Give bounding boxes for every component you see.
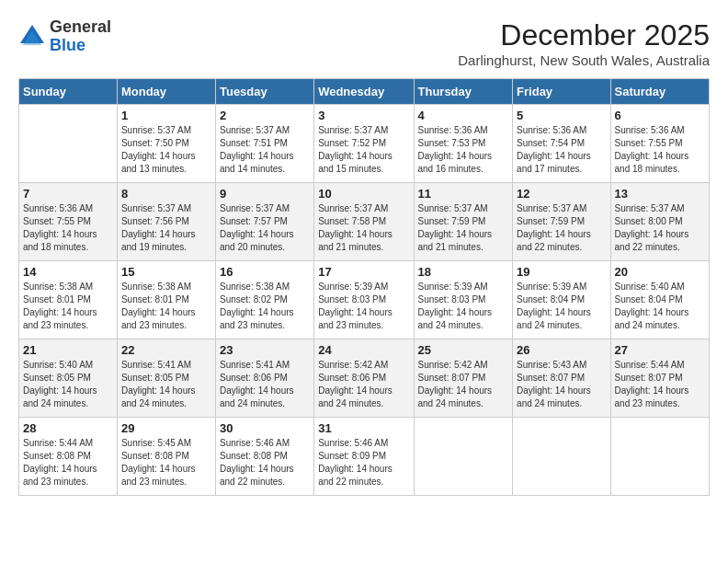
day-detail: Sunrise: 5:42 AM Sunset: 8:06 PM Dayligh… <box>318 359 409 410</box>
weekday-header-sunday: Sunday <box>19 79 118 105</box>
calendar-cell: 20Sunrise: 5:40 AM Sunset: 8:04 PM Dayli… <box>610 261 709 339</box>
location-title: Darlinghurst, New South Wales, Australia <box>458 52 710 68</box>
calendar-cell: 31Sunrise: 5:46 AM Sunset: 8:09 PM Dayli… <box>314 418 414 496</box>
calendar-cell: 24Sunrise: 5:42 AM Sunset: 8:06 PM Dayli… <box>314 339 414 418</box>
day-detail: Sunrise: 5:37 AM Sunset: 7:58 PM Dayligh… <box>318 202 409 254</box>
day-number: 27 <box>615 343 705 357</box>
calendar-cell: 1Sunrise: 5:37 AM Sunset: 7:50 PM Daylig… <box>117 105 215 183</box>
calendar-week-row: 28Sunrise: 5:44 AM Sunset: 8:08 PM Dayli… <box>19 418 710 496</box>
calendar-cell: 10Sunrise: 5:37 AM Sunset: 7:58 PM Dayli… <box>314 183 414 261</box>
calendar-cell: 5Sunrise: 5:36 AM Sunset: 7:54 PM Daylig… <box>513 105 610 183</box>
calendar-cell: 6Sunrise: 5:36 AM Sunset: 7:55 PM Daylig… <box>610 105 709 183</box>
calendar-cell <box>19 105 118 183</box>
weekday-header-wednesday: Wednesday <box>314 79 414 105</box>
day-number: 15 <box>121 265 211 279</box>
day-detail: Sunrise: 5:42 AM Sunset: 8:07 PM Dayligh… <box>418 359 509 410</box>
calendar-table: SundayMondayTuesdayWednesdayThursdayFrid… <box>18 78 710 496</box>
day-number: 1 <box>121 109 211 122</box>
calendar-cell: 2Sunrise: 5:37 AM Sunset: 7:51 PM Daylig… <box>215 105 313 183</box>
logo-icon <box>18 23 46 51</box>
calendar-cell: 18Sunrise: 5:39 AM Sunset: 8:03 PM Dayli… <box>414 261 513 339</box>
day-number: 9 <box>220 187 310 201</box>
day-number: 22 <box>121 343 211 357</box>
day-detail: Sunrise: 5:37 AM Sunset: 7:50 PM Dayligh… <box>121 124 211 176</box>
calendar-cell: 8Sunrise: 5:37 AM Sunset: 7:56 PM Daylig… <box>117 183 215 261</box>
calendar-cell: 28Sunrise: 5:44 AM Sunset: 8:08 PM Dayli… <box>19 418 118 496</box>
day-detail: Sunrise: 5:37 AM Sunset: 7:56 PM Dayligh… <box>121 202 211 254</box>
day-number: 4 <box>418 109 509 122</box>
calendar-cell: 21Sunrise: 5:40 AM Sunset: 8:05 PM Dayli… <box>19 339 118 418</box>
day-detail: Sunrise: 5:39 AM Sunset: 8:03 PM Dayligh… <box>318 281 409 332</box>
day-detail: Sunrise: 5:37 AM Sunset: 7:59 PM Dayligh… <box>418 202 509 254</box>
calendar-cell: 23Sunrise: 5:41 AM Sunset: 8:06 PM Dayli… <box>215 339 313 418</box>
day-detail: Sunrise: 5:37 AM Sunset: 7:52 PM Dayligh… <box>318 124 409 176</box>
day-number: 26 <box>517 343 606 357</box>
day-detail: Sunrise: 5:44 AM Sunset: 8:07 PM Dayligh… <box>615 359 705 410</box>
calendar-cell: 13Sunrise: 5:37 AM Sunset: 8:00 PM Dayli… <box>610 183 709 261</box>
day-number: 3 <box>318 109 409 122</box>
day-number: 2 <box>220 109 310 122</box>
day-detail: Sunrise: 5:39 AM Sunset: 8:03 PM Dayligh… <box>418 281 509 332</box>
day-number: 20 <box>615 265 705 279</box>
weekday-header-friday: Friday <box>513 79 610 105</box>
day-detail: Sunrise: 5:37 AM Sunset: 7:51 PM Dayligh… <box>220 124 310 176</box>
calendar-cell: 26Sunrise: 5:43 AM Sunset: 8:07 PM Dayli… <box>513 339 610 418</box>
calendar-cell <box>610 418 709 496</box>
day-number: 19 <box>517 265 606 279</box>
calendar-cell: 4Sunrise: 5:36 AM Sunset: 7:53 PM Daylig… <box>414 105 513 183</box>
day-detail: Sunrise: 5:43 AM Sunset: 8:07 PM Dayligh… <box>517 359 606 410</box>
day-detail: Sunrise: 5:39 AM Sunset: 8:04 PM Dayligh… <box>517 281 606 332</box>
day-number: 23 <box>220 343 310 357</box>
calendar-cell: 12Sunrise: 5:37 AM Sunset: 7:59 PM Dayli… <box>513 183 610 261</box>
calendar-cell: 17Sunrise: 5:39 AM Sunset: 8:03 PM Dayli… <box>314 261 414 339</box>
calendar-cell: 29Sunrise: 5:45 AM Sunset: 8:08 PM Dayli… <box>117 418 215 496</box>
day-detail: Sunrise: 5:41 AM Sunset: 8:06 PM Dayligh… <box>220 359 310 410</box>
calendar-cell: 22Sunrise: 5:41 AM Sunset: 8:05 PM Dayli… <box>117 339 215 418</box>
calendar-cell: 30Sunrise: 5:46 AM Sunset: 8:08 PM Dayli… <box>215 418 313 496</box>
calendar-cell: 19Sunrise: 5:39 AM Sunset: 8:04 PM Dayli… <box>513 261 610 339</box>
day-detail: Sunrise: 5:40 AM Sunset: 8:05 PM Dayligh… <box>23 359 113 410</box>
day-detail: Sunrise: 5:36 AM Sunset: 7:54 PM Dayligh… <box>517 124 606 176</box>
calendar-week-row: 7Sunrise: 5:36 AM Sunset: 7:55 PM Daylig… <box>19 183 710 261</box>
logo-general-text: General <box>50 18 111 37</box>
day-number: 13 <box>615 187 705 201</box>
calendar-cell: 27Sunrise: 5:44 AM Sunset: 8:07 PM Dayli… <box>610 339 709 418</box>
day-number: 6 <box>615 109 705 122</box>
day-number: 16 <box>220 265 310 279</box>
day-detail: Sunrise: 5:36 AM Sunset: 7:55 PM Dayligh… <box>615 124 705 176</box>
day-detail: Sunrise: 5:37 AM Sunset: 7:57 PM Dayligh… <box>220 202 310 254</box>
weekday-header-monday: Monday <box>117 79 215 105</box>
day-detail: Sunrise: 5:46 AM Sunset: 8:09 PM Dayligh… <box>318 437 409 488</box>
day-detail: Sunrise: 5:44 AM Sunset: 8:08 PM Dayligh… <box>23 437 113 488</box>
day-detail: Sunrise: 5:38 AM Sunset: 8:01 PM Dayligh… <box>23 281 113 332</box>
day-detail: Sunrise: 5:36 AM Sunset: 7:53 PM Dayligh… <box>418 124 509 176</box>
day-detail: Sunrise: 5:40 AM Sunset: 8:04 PM Dayligh… <box>615 281 705 332</box>
calendar-week-row: 1Sunrise: 5:37 AM Sunset: 7:50 PM Daylig… <box>19 105 710 183</box>
calendar-cell: 25Sunrise: 5:42 AM Sunset: 8:07 PM Dayli… <box>414 339 513 418</box>
calendar-cell: 11Sunrise: 5:37 AM Sunset: 7:59 PM Dayli… <box>414 183 513 261</box>
day-number: 17 <box>318 265 409 279</box>
day-number: 11 <box>418 187 509 201</box>
calendar-cell <box>513 418 610 496</box>
calendar-cell: 3Sunrise: 5:37 AM Sunset: 7:52 PM Daylig… <box>314 105 414 183</box>
calendar-week-row: 21Sunrise: 5:40 AM Sunset: 8:05 PM Dayli… <box>19 339 710 418</box>
weekday-header-row: SundayMondayTuesdayWednesdayThursdayFrid… <box>19 79 710 105</box>
calendar-week-row: 14Sunrise: 5:38 AM Sunset: 8:01 PM Dayli… <box>19 261 710 339</box>
calendar-cell: 7Sunrise: 5:36 AM Sunset: 7:55 PM Daylig… <box>19 183 118 261</box>
day-number: 8 <box>121 187 211 201</box>
day-detail: Sunrise: 5:38 AM Sunset: 8:01 PM Dayligh… <box>121 281 211 332</box>
day-number: 5 <box>517 109 606 122</box>
calendar-cell <box>414 418 513 496</box>
day-number: 12 <box>517 187 606 201</box>
day-number: 31 <box>318 421 409 435</box>
day-detail: Sunrise: 5:37 AM Sunset: 7:59 PM Dayligh… <box>517 202 606 254</box>
day-number: 28 <box>23 421 113 435</box>
page-header: General Blue December 2025 Darlinghurst,… <box>9 9 719 73</box>
day-number: 25 <box>418 343 509 357</box>
day-detail: Sunrise: 5:46 AM Sunset: 8:08 PM Dayligh… <box>220 437 310 488</box>
weekday-header-saturday: Saturday <box>610 79 709 105</box>
day-number: 24 <box>318 343 409 357</box>
day-detail: Sunrise: 5:45 AM Sunset: 8:08 PM Dayligh… <box>121 437 211 488</box>
day-number: 10 <box>318 187 409 201</box>
day-detail: Sunrise: 5:41 AM Sunset: 8:05 PM Dayligh… <box>121 359 211 410</box>
